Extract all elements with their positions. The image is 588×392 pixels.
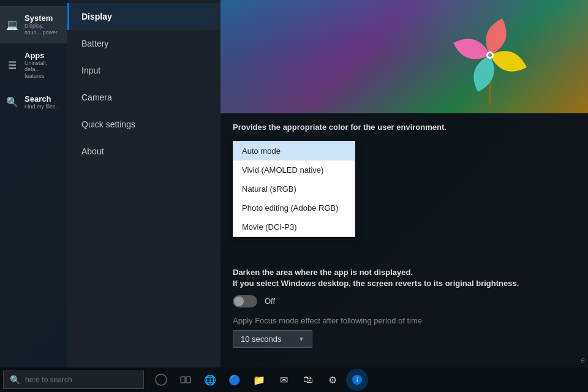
settings-sidebar: Display Battery Input Camera Quick setti… bbox=[67, 0, 221, 368]
dropdown-option-auto[interactable]: Auto mode bbox=[233, 141, 355, 160]
sidebar-item-apps[interactable]: ☰ Apps Uninstall, defa... features bbox=[0, 43, 67, 87]
dropdown-options: Auto mode Vivid (AMOLED native) Natural … bbox=[233, 141, 355, 237]
settings-nav-battery[interactable]: Battery bbox=[67, 30, 221, 57]
system-subtitle: Display, soun... power bbox=[24, 23, 61, 36]
svg-text:i: i bbox=[356, 377, 358, 383]
search-icon: 🔍 bbox=[10, 375, 20, 385]
search-nav-icon: 🔍 bbox=[6, 96, 18, 108]
darken-subtitle: If you select Windows desktop, the scree… bbox=[233, 279, 576, 288]
toggle-label: Off bbox=[265, 296, 275, 306]
taskbar-search-input[interactable] bbox=[25, 375, 137, 384]
settings-nav-quick-settings[interactable]: Quick settings bbox=[67, 111, 221, 138]
apps-label: Apps bbox=[24, 51, 61, 60]
settings-nav-display[interactable]: Display bbox=[67, 3, 221, 30]
store-taskbar-icon[interactable]: 🛍 bbox=[297, 369, 319, 391]
settings-nav-camera[interactable]: Camera bbox=[67, 84, 221, 111]
time-period-value: 10 seconds bbox=[241, 334, 282, 344]
watermark: e bbox=[581, 356, 585, 364]
app-taskbar-icon[interactable]: i bbox=[346, 369, 368, 391]
dropdown-option-photo[interactable]: Photo editing (Adobe RGB) bbox=[233, 198, 355, 217]
main-content: Provides the appropriate color for the u… bbox=[221, 0, 588, 368]
darken-title: Darken the area where the app is not dis… bbox=[233, 266, 576, 279]
sidebar-item-search[interactable]: 🔍 Search Find my files... bbox=[0, 87, 67, 118]
svg-point-3 bbox=[156, 374, 167, 385]
taskbar-search-bar[interactable]: 🔍 bbox=[3, 371, 144, 389]
nav-sidebar: 💻 System Display, soun... power ☰ Apps U… bbox=[0, 0, 67, 368]
settings-nav-input[interactable]: Input bbox=[67, 57, 221, 84]
system-label: System bbox=[24, 13, 61, 23]
pinwheel-image bbox=[441, 6, 539, 104]
darken-toggle[interactable] bbox=[233, 295, 257, 307]
search-label: Search bbox=[24, 94, 60, 104]
dropdown-arrow-icon: ▼ bbox=[298, 336, 304, 342]
color-description: Provides the appropriate color for the u… bbox=[233, 123, 576, 132]
taskbar: 🔍 🌐 🔵 📁 ✉ 🛍 ⚙ i bbox=[0, 368, 588, 392]
edge-chromium-taskbar-icon[interactable]: 🌐 bbox=[199, 369, 221, 391]
darken-section: Darken the area where the app is not dis… bbox=[233, 266, 576, 348]
edge-taskbar-icon[interactable]: 🔵 bbox=[224, 369, 246, 391]
search-subtitle: Find my files... bbox=[24, 104, 60, 110]
task-view-icon[interactable] bbox=[175, 369, 197, 391]
toggle-knob bbox=[234, 296, 244, 306]
apps-subtitle: Uninstall, defa... features bbox=[24, 60, 61, 80]
sidebar-item-system[interactable]: 💻 System Display, soun... power bbox=[0, 6, 67, 43]
time-period-dropdown[interactable]: 10 seconds ▼ bbox=[233, 330, 312, 348]
apps-icon: ☰ bbox=[6, 59, 18, 71]
focus-time-label: Apply Focus mode effect after following … bbox=[233, 316, 576, 325]
svg-point-2 bbox=[488, 53, 492, 57]
preview-area bbox=[221, 0, 588, 113]
system-icon: 💻 bbox=[6, 18, 18, 31]
cortana-icon[interactable] bbox=[150, 369, 172, 391]
mail-taskbar-icon[interactable]: ✉ bbox=[273, 369, 295, 391]
file-explorer-taskbar-icon[interactable]: 📁 bbox=[248, 369, 270, 391]
svg-rect-5 bbox=[186, 377, 190, 383]
dropdown-option-movie[interactable]: Movie (DCI-P3) bbox=[233, 217, 355, 236]
dropdown-option-vivid[interactable]: Vivid (AMOLED native) bbox=[233, 160, 355, 179]
settings-nav-about[interactable]: About bbox=[67, 138, 221, 165]
settings-window: 💻 System Display, soun... power ☰ Apps U… bbox=[0, 0, 588, 368]
toggle-row: Off bbox=[233, 295, 576, 307]
taskbar-icons: 🌐 🔵 📁 ✉ 🛍 ⚙ i bbox=[150, 369, 368, 391]
settings-taskbar-icon[interactable]: ⚙ bbox=[322, 369, 344, 391]
dropdown-option-natural[interactable]: Natural (sRGB) bbox=[233, 179, 355, 198]
content-body: Provides the appropriate color for the u… bbox=[221, 113, 588, 368]
svg-rect-4 bbox=[181, 377, 185, 383]
